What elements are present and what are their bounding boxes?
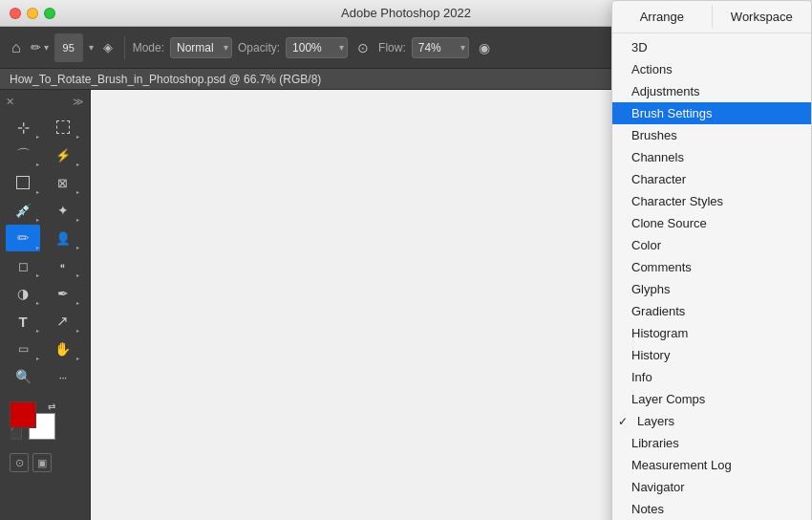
window-controls (10, 8, 55, 19)
pen-icon: ✒ (57, 286, 69, 301)
menu-item-comments[interactable]: Comments (612, 256, 811, 278)
flow-wrapper: 74% (412, 37, 469, 58)
marquee-icon (56, 120, 70, 134)
menu-item-workspace[interactable]: Workspace (713, 5, 812, 29)
brush-icon: ✏ (31, 40, 41, 54)
main-area: ✕ ≫ ⊹ ▸ ▸ ⌒ ▸ ⚡ ▸ (0, 90, 812, 520)
tools-panel: ✕ ≫ ⊹ ▸ ▸ ⌒ ▸ ⚡ ▸ (0, 90, 91, 520)
menu-item-adjustments[interactable]: Adjustments (612, 80, 811, 102)
tool-frame[interactable]: ⊠ ▸ (46, 169, 80, 196)
eraser-icon: ◻ (18, 259, 29, 273)
tool-stamp[interactable]: 👤 ▸ (46, 225, 80, 251)
menu-item-arrange[interactable]: Arrange (612, 5, 712, 29)
menu-arrange-section: Arrange Workspace (612, 1, 811, 33)
tool-crop[interactable]: ▸ (6, 169, 40, 196)
hand-icon: ✋ (54, 341, 71, 357)
menu-item-navigator[interactable]: Navigator (612, 476, 811, 498)
menu-item-character[interactable]: Character (612, 168, 811, 190)
menu-main-section: 3D Actions Adjustments Brush Settings Br… (612, 33, 811, 520)
shape-icon: ▭ (18, 342, 29, 356)
menu-item-libraries[interactable]: Libraries (612, 432, 811, 454)
mode-select[interactable]: Normal (170, 37, 232, 58)
tool-lasso[interactable]: ⌒ ▸ (6, 141, 40, 168)
opacity-wrapper: 100% (286, 37, 348, 58)
toolbar-divider-1 (124, 36, 125, 59)
flow-select[interactable]: 74% (412, 37, 469, 58)
tool-marquee[interactable]: ▸ (46, 114, 80, 141)
menu-item-info[interactable]: Info (612, 366, 811, 388)
extra-tools-icon: ··· (59, 370, 67, 384)
menu-item-brush-settings[interactable]: Brush Settings (612, 102, 811, 124)
menu-item-color[interactable]: Color (612, 234, 811, 256)
menu-item-channels[interactable]: Channels (612, 146, 811, 168)
tool-smudge[interactable]: ⁌ ▸ (46, 252, 80, 279)
tool-path-select[interactable]: ↗ ▸ (46, 308, 80, 335)
tool-pen[interactable]: ✒ ▸ (46, 280, 80, 307)
tool-dodge[interactable]: ◑ ▸ (6, 280, 40, 307)
path-select-icon: ↗ (56, 313, 69, 330)
menu-item-glyphs[interactable]: Glyphs (612, 278, 811, 300)
brush-size-value: 95 (63, 42, 75, 54)
hardness-icon[interactable]: ◈ (99, 37, 117, 57)
flow-label: Flow: (378, 41, 406, 54)
crop-icon (16, 176, 30, 189)
tools-panel-collapse-icon[interactable]: ≫ (73, 96, 84, 108)
tool-move[interactable]: ⊹ ▸ (6, 114, 40, 141)
type-icon: T (18, 314, 27, 330)
tools-grid: ⊹ ▸ ▸ ⌒ ▸ ⚡ ▸ ▸ (0, 114, 90, 390)
tools-panel-close-icon[interactable]: ✕ (6, 96, 14, 108)
menu-item-notes[interactable]: Notes (612, 498, 811, 520)
menu-item-3d[interactable]: 3D (612, 36, 811, 58)
tool-eraser[interactable]: ◻ ▸ (6, 252, 40, 279)
lasso-icon: ⌒ (16, 146, 31, 164)
magic-wand-icon: ⚡ (55, 148, 71, 162)
screen-mode-icon[interactable]: ▣ (32, 453, 52, 472)
foreground-color-swatch[interactable] (10, 401, 36, 428)
tool-brush[interactable]: ✏ ▸ (6, 225, 40, 251)
menu-item-history[interactable]: History (612, 344, 811, 366)
tool-shape[interactable]: ▭ ▸ (6, 336, 40, 362)
mode-select-wrapper: Normal (170, 37, 232, 58)
menu-item-measurement-log[interactable]: Measurement Log (612, 454, 811, 476)
tool-spot-heal[interactable]: ✦ ▸ (46, 197, 80, 224)
airbrush-icon[interactable]: ◉ (475, 37, 494, 58)
menu-item-clone-source[interactable]: Clone Source (612, 212, 811, 234)
quick-mask-icon[interactable]: ⊙ (10, 453, 29, 472)
tool-hand[interactable]: ✋ ▸ (46, 336, 80, 362)
tool-zoom[interactable]: 🔍 (6, 363, 40, 390)
frame-icon: ⊠ (57, 176, 68, 190)
menu-item-actions[interactable]: Actions (612, 58, 811, 80)
brush-size-display[interactable]: 95 (54, 33, 83, 62)
close-button[interactable] (10, 8, 21, 19)
menu-item-histogram[interactable]: Histogram (612, 322, 811, 344)
pressure-opacity-icon[interactable]: ⊙ (353, 37, 373, 58)
app-title: Adobe Photoshop 2022 (341, 6, 471, 20)
menu-item-layer-comps[interactable]: Layer Comps (612, 388, 811, 410)
color-section: ⬛ ⇄ (0, 394, 90, 447)
stamp-icon: 👤 (55, 231, 71, 246)
menu-item-layers[interactable]: Layers (612, 410, 811, 432)
menu-item-brushes[interactable]: Brushes (612, 124, 811, 146)
minimize-button[interactable] (27, 8, 38, 19)
document-tab-label: How_To_Rotate_Brush_in_Photoshop.psd @ 6… (10, 73, 321, 86)
mode-label: Mode: (133, 41, 164, 54)
color-swap-icon[interactable]: ⇄ (48, 401, 55, 412)
menu-item-gradients[interactable]: Gradients (612, 300, 811, 322)
tool-extra[interactable]: ··· (46, 363, 80, 390)
tool-eyedropper[interactable]: 💉 ▸ (6, 197, 40, 224)
tool-type[interactable]: T ▸ (6, 308, 40, 335)
tool-magic-wand[interactable]: ⚡ ▸ (46, 141, 80, 168)
opacity-label: Opacity: (238, 41, 280, 54)
eyedropper-icon: 💉 (15, 203, 32, 218)
brush-size-dropdown[interactable]: ▾ (89, 42, 94, 53)
move-icon: ⊹ (17, 119, 30, 137)
color-swatches: ⬛ ⇄ (10, 401, 55, 440)
brush-dropdown-icon[interactable]: ▾ (44, 42, 49, 53)
zoom-icon: 🔍 (15, 369, 32, 384)
menu-item-character-styles[interactable]: Character Styles (612, 190, 811, 212)
color-reset-icon[interactable]: ⬛ (10, 427, 23, 440)
home-icon[interactable]: ⌂ (8, 35, 25, 60)
mode-icons: ⊙ ▣ (0, 453, 90, 472)
maximize-button[interactable] (44, 8, 55, 19)
opacity-select[interactable]: 100% (286, 37, 348, 58)
